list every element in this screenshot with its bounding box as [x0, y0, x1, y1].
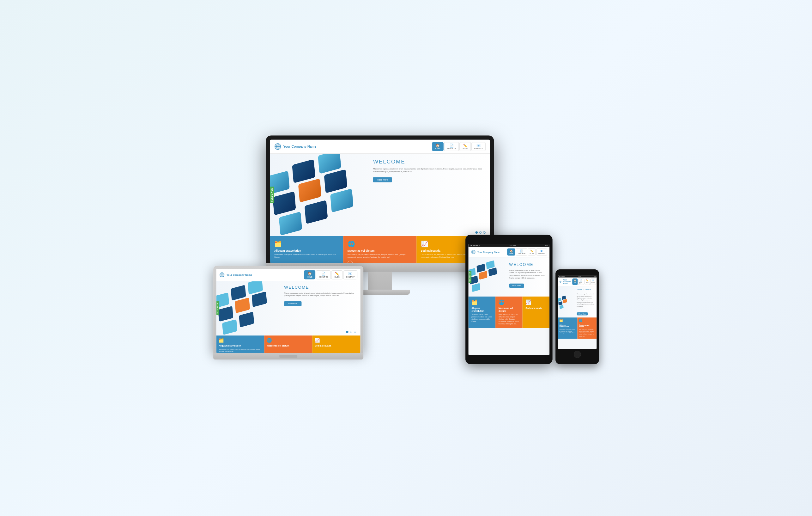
tablet-read-more-button[interactable]: Read More [509, 283, 524, 288]
laptop-hero-image: FEEDBACK [216, 281, 281, 335]
laptop-site-header: Your Company Name 🏠 HOME 📄 ABOUT US ✏️ [216, 269, 360, 281]
monitor-screen: Your Company Name 🏠 HOME 📄 ABOUT US ✏️ [270, 140, 489, 263]
tablet-nav-contact[interactable]: 📧 CONTACT [536, 248, 547, 256]
monitor-feature-1: 🗂️ Aliquam eratvolution Vestibulum ante … [270, 236, 343, 263]
phone-home-button[interactable] [574, 351, 581, 358]
monitor-nav-about[interactable]: 📄 ABOUT US [444, 142, 459, 151]
tablet-features: 🗂️ Aliquam eratvolution Vestibulum ante … [468, 297, 549, 328]
svg-rect-20 [231, 285, 246, 301]
phone-hero-content: WELCOME Maecenas egestas sapien sit amet… [575, 286, 596, 318]
tablet-tiles-svg [468, 257, 504, 297]
laptop-frame: Your Company Name 🏠 HOME 📄 ABOUT US ✏️ [213, 266, 364, 353]
monitor-frame: Your Company Name 🏠 HOME 📄 ABOUT US ✏️ [266, 135, 494, 263]
dot-1[interactable] [475, 231, 478, 234]
laptop-hero: FEEDBACK WELCOME Maecenas egestas sapien… [216, 281, 360, 335]
phone-site-header: Your Company Name 🏠 HOME 📄 ABOUT US ✏️ [558, 278, 597, 287]
tablet-hero-image: FEEDBACK [468, 257, 504, 297]
monitor-read-more-button[interactable]: Read More [373, 177, 392, 182]
tablet-feature-1: 🗂️ Aliquam eratvolution Vestibulum ante … [468, 297, 495, 328]
svg-rect-25 [222, 319, 237, 335]
laptop-nav-contact[interactable]: 📧 CONTACT [343, 270, 357, 279]
phone-feature-1: 🗂️ Aliquam eratvolution Vestibulum ante … [558, 318, 577, 338]
laptop-trackpad[interactable] [279, 355, 297, 358]
monitor-nav-about-label: ABOUT US [447, 148, 456, 150]
laptop-nav-blog[interactable]: ✏️ BLOG [331, 270, 343, 279]
laptop-feedback-tab[interactable]: FEEDBACK [216, 302, 219, 315]
dot-2[interactable] [479, 231, 482, 234]
tablet-nav-about[interactable]: 📄 ABOUT US [516, 248, 527, 256]
laptop-read-more-button[interactable]: Read More [284, 301, 301, 306]
laptop-base [213, 353, 364, 359]
tablet-company-name: Your Company Name [477, 251, 500, 253]
feature-1-title: Aliquam eratvolution [274, 249, 339, 252]
feature-1-text: Vestibulum ante ipsum primis in faucibus… [274, 253, 339, 258]
laptop-nav: 🏠 HOME 📄 ABOUT US ✏️ BLOG 📧 [304, 270, 357, 279]
monitor-carousel-dots [475, 231, 485, 234]
phone-nav-home[interactable]: 🏠 HOME [572, 278, 578, 285]
monitor-nav-contact-label: CONTACT [474, 148, 483, 150]
phone-nav-contact[interactable]: 📧 CONTACT [590, 278, 596, 285]
svg-rect-13 [304, 200, 328, 224]
laptop: Your Company Name 🏠 HOME 📄 ABOUT US ✏️ [213, 266, 364, 359]
laptop-nav-home[interactable]: 🏠 HOME [304, 270, 315, 279]
svg-rect-37 [471, 283, 480, 292]
svg-rect-8 [318, 154, 341, 174]
feature-2-icon: 🌐 [347, 240, 412, 247]
tablet-hero-title: WELCOME [509, 262, 545, 267]
tablet-nav: 🏠 HOME 📄 ABOUT US ✏️ BLOG 📧 [507, 248, 547, 256]
svg-rect-21 [248, 281, 263, 294]
svg-rect-32 [476, 264, 485, 273]
laptop-screen: Your Company Name 🏠 HOME 📄 ABOUT US ✏️ [216, 269, 360, 353]
laptop-hero-title: WELCOME [284, 285, 357, 290]
svg-rect-35 [479, 271, 487, 280]
laptop-nav-about[interactable]: 📄 ABOUT US [316, 270, 331, 279]
svg-rect-24 [252, 292, 267, 307]
phone-nav-about[interactable]: 📄 ABOUT US [578, 278, 584, 285]
laptop-hero-text: Maecenas egestas sapien sit amet magna l… [284, 292, 357, 297]
laptop-feature-3: 📈 Sed malesuada [312, 335, 360, 353]
monitor-stand-neck [368, 272, 392, 290]
monitor-site-header: Your Company Name 🏠 HOME 📄 ABOUT US ✏️ [270, 140, 489, 154]
dot-3[interactable] [483, 231, 486, 234]
phone-logo-icon [559, 280, 561, 283]
phone-hero-text: Maecenas egestas sapien sit amet magna l… [577, 293, 595, 307]
feedback-tab[interactable]: FEEDBACK [270, 187, 273, 203]
monitor-nav-blog[interactable]: ✏️ BLOG [459, 142, 471, 151]
phone-company-name: Your Company Name [563, 279, 572, 284]
phone-status-bar: NETWORK 12:32 ▓ [558, 275, 597, 278]
blog-icon: ✏️ [463, 143, 467, 147]
tablet: NETWORK 3G 11:05 AM 51% Your Company Nam… [465, 235, 553, 364]
phone-read-more-button[interactable]: Read More [577, 313, 588, 316]
svg-rect-44 [558, 301, 562, 305]
phone-hero-title: WELCOME [577, 288, 595, 291]
monitor-nav-blog-label: BLOG [463, 148, 468, 150]
monitor-feature-2: 🌐 Maecenas vel dictum Nulla odio purus, … [343, 236, 416, 263]
monitor-nav-home-label: HOME [435, 148, 440, 150]
svg-rect-33 [486, 260, 494, 269]
monitor-nav-home[interactable]: 🏠 HOME [432, 142, 443, 151]
contact-icon: 📧 [476, 143, 480, 147]
monitor-nav-contact[interactable]: 📧 CONTACT [471, 142, 485, 151]
phone-features: 🗂️ Aliquam eratvolution Vestibulum ante … [558, 318, 597, 338]
feature-2-title: Maecenas vel dictum [347, 249, 412, 252]
feature-2-arrow[interactable]: → [347, 261, 353, 263]
laptop-logo-icon [219, 272, 225, 278]
phone-network: NETWORK [559, 276, 565, 277]
phone-screen: NETWORK 12:32 ▓ Your Company Name [558, 275, 597, 349]
tablet-screen: NETWORK 3G 11:05 AM 51% Your Company Nam… [468, 244, 549, 355]
home-icon: 🏠 [436, 143, 440, 147]
phone-nav-blog[interactable]: ✏️ BLOG [584, 278, 590, 285]
laptop-feature-1: 🗂️ Aliquam eratvolution Vestibulum ante … [216, 335, 264, 353]
tablet-feature-2: 🌐 Maecenas vel dictum Nulla odio purus, … [495, 297, 523, 328]
svg-rect-9 [272, 191, 296, 215]
svg-rect-22 [218, 306, 233, 322]
svg-rect-36 [488, 268, 497, 276]
tablet-nav-home[interactable]: 🏠 HOME [507, 248, 515, 256]
tablet-nav-blog[interactable]: ✏️ BLOG [528, 248, 535, 256]
svg-rect-42 [558, 298, 561, 302]
laptop-features: 🗂️ Aliquam eratvolution Vestibulum ante … [216, 335, 360, 353]
monitor-company-name: Your Company Name [283, 145, 316, 148]
svg-rect-10 [298, 178, 321, 202]
tablet-feedback-tab[interactable]: FEEDBACK [468, 271, 471, 283]
tablet-battery: 51% [544, 244, 548, 246]
